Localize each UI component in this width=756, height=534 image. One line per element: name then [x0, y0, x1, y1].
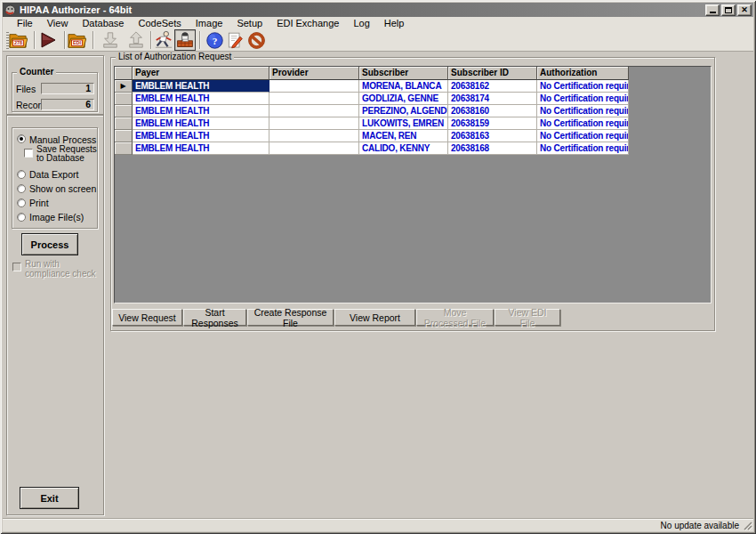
- app-icon: [4, 4, 16, 16]
- exit-button[interactable]: Exit: [20, 487, 79, 509]
- cell-provider[interactable]: [269, 80, 359, 93]
- row-selector[interactable]: [115, 130, 133, 142]
- cell-subscriber[interactable]: CALIDO, KENNY: [359, 142, 448, 155]
- radio-image-files-label[interactable]: Image File(s): [29, 212, 84, 222]
- files-label: Files: [16, 84, 36, 94]
- radio-show-on-screen[interactable]: [17, 184, 26, 193]
- row-selector[interactable]: [115, 93, 133, 105]
- checkbox-save-requests[interactable]: [24, 149, 33, 158]
- radio-print-label[interactable]: Print: [29, 198, 49, 208]
- cell-authorization[interactable]: No Certification required: [537, 93, 629, 105]
- cell-authorization[interactable]: No Certification required: [537, 142, 629, 155]
- row-selector[interactable]: [115, 117, 133, 130]
- minimize-icon: [710, 12, 716, 13]
- cell-payer[interactable]: EMBLEM HEALTH: [133, 105, 269, 117]
- checkbox-compliance-label: Run withcompliance check: [25, 260, 95, 279]
- row-selector[interactable]: [115, 142, 133, 155]
- radio-data-export[interactable]: [17, 170, 26, 179]
- toolbar-separator: [199, 31, 201, 49]
- cell-subscriber[interactable]: MACEN, REN: [359, 130, 448, 142]
- checkbox-save-requests-label[interactable]: Save Requeststo Database: [36, 145, 97, 163]
- svg-text:EDI: EDI: [73, 40, 82, 45]
- cell-payer[interactable]: EMBLEM HEALTH: [133, 130, 269, 142]
- cell-authorization[interactable]: No Certification required: [537, 105, 629, 117]
- menu-codesets[interactable]: CodeSets: [131, 18, 188, 28]
- cell-subscriber-id[interactable]: 20638159: [448, 117, 537, 130]
- header-provider[interactable]: Provider: [269, 67, 359, 80]
- radio-image-files[interactable]: [17, 213, 26, 222]
- row-selector[interactable]: ▶: [115, 80, 133, 93]
- cell-subscriber-id[interactable]: 20638160: [448, 105, 537, 117]
- cell-payer[interactable]: EMBLEM HEALTH: [133, 80, 269, 93]
- authorization-grid[interactable]: Payer Provider Subscriber Subscriber ID …: [114, 66, 712, 303]
- cell-subscriber[interactable]: LUKOWITS, EMREN: [359, 117, 448, 130]
- open-edi-file-button[interactable]: EDI: [66, 29, 87, 51]
- table-row[interactable]: EMBLEM HEALTH MACEN, REN 20638163 No Cer…: [115, 130, 711, 142]
- menu-view[interactable]: View: [40, 18, 76, 28]
- menu-file[interactable]: File: [10, 18, 40, 28]
- cell-payer[interactable]: EMBLEM HEALTH: [133, 93, 269, 105]
- menu-database[interactable]: Database: [75, 18, 131, 28]
- run-process-button[interactable]: [153, 29, 174, 51]
- current-row-arrow: ▶: [120, 83, 125, 90]
- cell-provider[interactable]: [269, 117, 359, 130]
- cell-payer[interactable]: EMBLEM HEALTH: [133, 117, 269, 130]
- cell-provider[interactable]: [269, 142, 359, 155]
- cell-authorization[interactable]: No Certification required: [537, 130, 629, 142]
- cell-payer[interactable]: EMBLEM HEALTH: [133, 142, 269, 155]
- stop-button[interactable]: [245, 29, 267, 51]
- cell-subscriber-id[interactable]: 20638163: [448, 130, 537, 142]
- open-278-file-button[interactable]: 278: [7, 29, 28, 51]
- svg-text:278: 278: [14, 40, 22, 45]
- table-row[interactable]: EMBLEM HEALTH GODLIZIA, GENNE 20638174 N…: [115, 93, 711, 105]
- menu-log[interactable]: Log: [346, 18, 376, 28]
- radio-data-export-label[interactable]: Data Export: [29, 169, 78, 180]
- cell-authorization[interactable]: No Certification required: [537, 117, 629, 130]
- header-subscriber[interactable]: Subscriber: [359, 67, 448, 80]
- header-authorization[interactable]: Authorization: [537, 67, 629, 80]
- minimize-button[interactable]: [705, 4, 720, 16]
- view-edi-file-button: View EDI File: [495, 309, 560, 326]
- status-bar: No update available: [3, 519, 753, 531]
- process-button[interactable]: Process: [21, 233, 78, 255]
- cell-provider[interactable]: [269, 130, 359, 142]
- table-row[interactable]: EMBLEM HEALTH PEREZINO, ALGENDRO 2063816…: [115, 105, 711, 117]
- cell-subscriber[interactable]: MORENA, BLANCA: [359, 80, 448, 93]
- menu-help[interactable]: Help: [377, 18, 412, 28]
- menu-setup[interactable]: Setup: [229, 18, 269, 28]
- header-payer[interactable]: Payer: [133, 67, 269, 80]
- counter-title: Counter: [17, 67, 56, 77]
- view-report-button[interactable]: View Report: [334, 309, 415, 326]
- cell-subscriber-id[interactable]: 20638162: [448, 80, 537, 93]
- table-row[interactable]: EMBLEM HEALTH CALIDO, KENNY 20638168 No …: [115, 142, 711, 155]
- process-button-toolbar[interactable]: [37, 29, 59, 51]
- cell-authorization[interactable]: No Certification required: [537, 80, 629, 93]
- view-request-button[interactable]: View Request: [112, 309, 182, 326]
- cell-subscriber-id[interactable]: 20638174: [448, 93, 537, 105]
- radio-manual-process[interactable]: [17, 134, 26, 143]
- maximize-button[interactable]: [721, 4, 736, 16]
- header-subscriber-id[interactable]: Subscriber ID: [448, 67, 537, 80]
- cell-provider[interactable]: [269, 105, 359, 117]
- title-bar[interactable]: HIPAA Authorizer - 64bit ✕: [3, 3, 753, 17]
- row-selector[interactable]: [115, 105, 133, 117]
- cell-subscriber-id[interactable]: 20638168: [448, 142, 537, 155]
- table-row[interactable]: EMBLEM HEALTH LUKOWITS, EMREN 20638159 N…: [115, 117, 711, 130]
- radio-show-on-screen-label[interactable]: Show on screen: [29, 183, 96, 194]
- start-responses-button[interactable]: Start Responses: [183, 309, 246, 326]
- close-button[interactable]: ✕: [737, 4, 752, 16]
- radio-print[interactable]: [17, 198, 26, 207]
- cell-subscriber[interactable]: PEREZINO, ALGENDRO: [359, 105, 448, 117]
- menu-image[interactable]: Image: [189, 18, 230, 28]
- create-response-file-button[interactable]: Create Response File: [247, 309, 334, 326]
- authorizer-button[interactable]: [174, 29, 196, 51]
- menu-edi-exchange[interactable]: EDI Exchange: [269, 18, 346, 28]
- resize-grip[interactable]: [743, 521, 752, 530]
- log-button[interactable]: [224, 29, 245, 51]
- help-button[interactable]: ?: [204, 29, 225, 51]
- cell-provider[interactable]: [269, 93, 359, 105]
- play-icon: [39, 32, 57, 48]
- folder-278-icon: 278: [8, 31, 28, 49]
- table-row[interactable]: ▶ EMBLEM HEALTH MORENA, BLANCA 20638162 …: [115, 80, 711, 93]
- cell-subscriber[interactable]: GODLIZIA, GENNE: [359, 93, 448, 105]
